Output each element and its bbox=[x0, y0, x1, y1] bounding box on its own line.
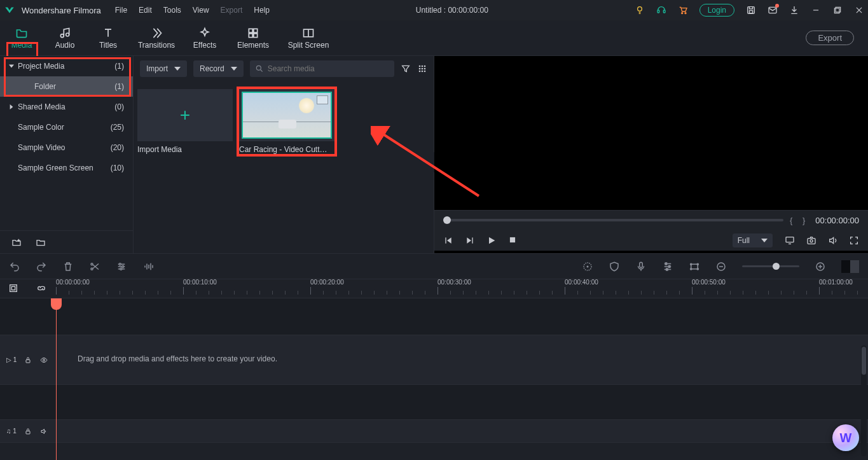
export-button[interactable]: Export bbox=[806, 31, 854, 45]
adjust-icon[interactable] bbox=[116, 261, 127, 272]
tab-split-screen[interactable]: Split Screen bbox=[280, 20, 337, 56]
svg-line-27 bbox=[260, 70, 262, 72]
marker-icon[interactable] bbox=[582, 261, 593, 272]
record-label: Record bbox=[200, 64, 224, 73]
scrub-knob[interactable] bbox=[443, 216, 451, 224]
close-icon[interactable] bbox=[854, 5, 864, 15]
audio-wave-icon[interactable] bbox=[142, 261, 154, 272]
save-icon[interactable] bbox=[746, 5, 756, 15]
split-icon[interactable] bbox=[89, 261, 100, 272]
menu-tools[interactable]: Tools bbox=[163, 6, 181, 15]
svg-marker-44 bbox=[489, 237, 495, 244]
fullscreen-icon[interactable] bbox=[849, 235, 859, 246]
zoom-out-icon[interactable] bbox=[715, 261, 727, 272]
scrub-bar[interactable] bbox=[443, 219, 783, 221]
maximize-icon[interactable] bbox=[832, 5, 843, 15]
menu-file[interactable]: File bbox=[115, 6, 127, 15]
speaker-icon[interactable] bbox=[39, 428, 48, 435]
lock-icon[interactable] bbox=[24, 428, 32, 435]
crop-icon[interactable] bbox=[689, 261, 700, 272]
tab-media[interactable]: Media bbox=[0, 20, 43, 56]
undo-icon[interactable] bbox=[9, 261, 20, 272]
audio-track[interactable]: ♫ 1 bbox=[0, 420, 868, 443]
folder-open-icon[interactable] bbox=[36, 237, 46, 247]
zoom-in-icon[interactable] bbox=[815, 261, 826, 272]
video-media-tile[interactable]: Car Racing - Video Cutt… bbox=[239, 89, 334, 154]
sidebar-item-count: (1) bbox=[114, 62, 124, 71]
new-folder-icon[interactable] bbox=[11, 237, 22, 247]
zoom-knob[interactable] bbox=[773, 263, 780, 270]
tab-titles[interactable]: Titles bbox=[86, 20, 130, 56]
shield-icon[interactable] bbox=[609, 261, 620, 272]
tab-elements[interactable]: Elements bbox=[226, 20, 280, 56]
delete-icon[interactable] bbox=[62, 261, 74, 272]
grid-view-icon[interactable] bbox=[417, 64, 427, 74]
minimize-icon[interactable] bbox=[811, 5, 821, 15]
sidebar-item-label: Sample Video bbox=[18, 143, 65, 152]
zoom-slider[interactable] bbox=[742, 265, 799, 267]
timeline-scrollbar[interactable] bbox=[861, 345, 867, 456]
svg-rect-71 bbox=[669, 265, 670, 267]
svg-rect-3 bbox=[663, 10, 665, 13]
fit-icon[interactable] bbox=[8, 283, 20, 295]
prev-frame-icon[interactable] bbox=[443, 235, 453, 246]
svg-rect-11 bbox=[834, 8, 839, 13]
support-icon[interactable] bbox=[656, 5, 666, 15]
timeline-view-toggle[interactable] bbox=[841, 260, 859, 273]
next-frame-icon[interactable] bbox=[465, 235, 475, 246]
stop-icon[interactable] bbox=[508, 235, 518, 246]
ruler-time-label: 00:01:00:00 bbox=[819, 279, 853, 286]
sidebar-project-media[interactable]: Project Media (1) bbox=[0, 56, 133, 76]
message-icon[interactable] bbox=[768, 5, 778, 15]
sidebar-item-label: Sample Color bbox=[18, 123, 64, 132]
svg-rect-17 bbox=[254, 29, 258, 32]
media-panel: Import Record + Import Media bbox=[134, 56, 434, 253]
wondershare-badge[interactable]: W bbox=[832, 424, 859, 451]
svg-point-74 bbox=[691, 263, 692, 265]
eye-icon[interactable] bbox=[39, 356, 48, 364]
svg-point-30 bbox=[424, 66, 426, 67]
video-track[interactable]: ▷ 1 Drag and drop media and effects here… bbox=[0, 335, 868, 385]
mark-brackets[interactable]: { } bbox=[790, 216, 809, 225]
audio-track-body[interactable] bbox=[56, 420, 868, 442]
search-box[interactable] bbox=[250, 60, 394, 77]
menu-edit[interactable]: Edit bbox=[139, 6, 152, 15]
login-button[interactable]: Login bbox=[699, 4, 734, 17]
tab-audio[interactable]: Audio bbox=[43, 20, 86, 56]
plus-icon: + bbox=[180, 105, 190, 125]
time-ruler[interactable]: 00:00:00:0000:00:10:0000:00:20:0000:00:3… bbox=[56, 279, 868, 298]
scrollbar-thumb[interactable] bbox=[862, 347, 866, 375]
play-icon[interactable] bbox=[486, 235, 497, 246]
tab-effects[interactable]: Effects bbox=[183, 20, 226, 56]
lock-icon[interactable] bbox=[24, 356, 32, 364]
sidebar-folder[interactable]: Folder (1) bbox=[0, 76, 133, 97]
ruler-time-label: 00:00:10:00 bbox=[183, 279, 217, 286]
import-media-tile[interactable]: + Import Media bbox=[137, 89, 233, 154]
link-icon[interactable] bbox=[36, 283, 48, 295]
sidebar-sample-video[interactable]: Sample Video (20) bbox=[0, 137, 133, 158]
tab-transitions[interactable]: Transitions bbox=[130, 20, 183, 56]
record-dropdown[interactable]: Record bbox=[193, 60, 244, 77]
sidebar-sample-green-screen[interactable]: Sample Green Screen (10) bbox=[0, 158, 133, 178]
sidebar-sample-color[interactable]: Sample Color (25) bbox=[0, 117, 133, 137]
video-thumb-container[interactable] bbox=[239, 89, 334, 141]
video-track-body[interactable]: Drag and drop media and effects here to … bbox=[56, 335, 868, 384]
search-input[interactable] bbox=[268, 64, 389, 73]
tips-icon[interactable] bbox=[635, 5, 645, 15]
volume-icon[interactable] bbox=[827, 235, 837, 246]
mic-icon[interactable] bbox=[635, 261, 647, 272]
filter-icon[interactable] bbox=[401, 64, 411, 74]
titlebar-right: Login bbox=[635, 4, 864, 17]
cart-icon[interactable] bbox=[678, 5, 688, 15]
mixer-icon[interactable] bbox=[662, 261, 673, 272]
sidebar-shared-media[interactable]: Shared Media (0) bbox=[0, 97, 133, 117]
display-icon[interactable] bbox=[784, 235, 794, 246]
quality-dropdown[interactable]: Full bbox=[733, 233, 773, 247]
snapshot-icon[interactable] bbox=[806, 235, 816, 246]
import-media-thumb[interactable]: + bbox=[137, 89, 233, 141]
menu-help[interactable]: Help bbox=[254, 6, 270, 15]
import-dropdown[interactable]: Import bbox=[140, 60, 187, 77]
redo-icon[interactable] bbox=[36, 261, 47, 272]
menu-view[interactable]: View bbox=[193, 6, 209, 15]
download-icon[interactable] bbox=[789, 5, 799, 15]
